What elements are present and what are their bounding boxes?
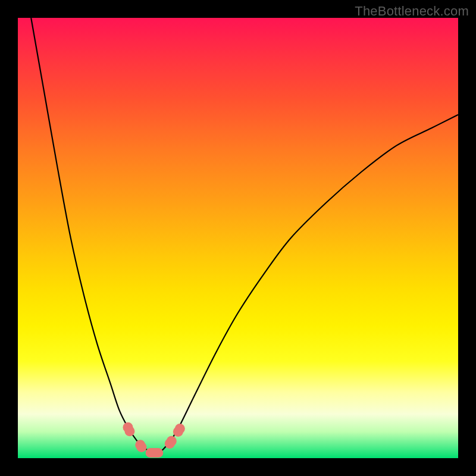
marker-pill <box>146 448 164 458</box>
curve-right-branch <box>154 115 458 454</box>
curve-left-branch <box>31 18 154 454</box>
outer-frame: TheBottleneck.com <box>0 0 476 476</box>
marker-right-3 <box>175 424 185 434</box>
marker-left-1 <box>124 426 134 436</box>
watermark-text: TheBottleneck.com <box>355 4 469 19</box>
marker-group <box>123 422 185 458</box>
marker-left-3 <box>136 442 146 452</box>
curve-group <box>31 18 458 454</box>
chart-svg <box>18 18 458 458</box>
plot-area <box>18 18 458 458</box>
marker-right-1 <box>167 436 177 446</box>
